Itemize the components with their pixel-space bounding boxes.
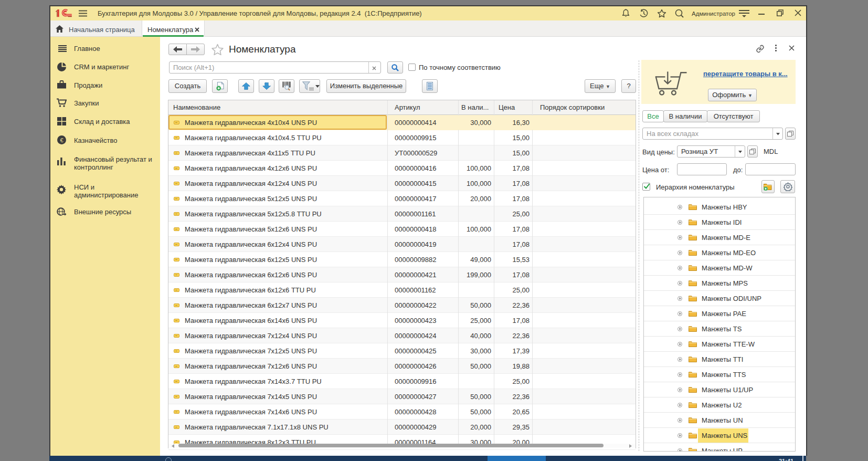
svg-text:€: € [60,137,63,143]
